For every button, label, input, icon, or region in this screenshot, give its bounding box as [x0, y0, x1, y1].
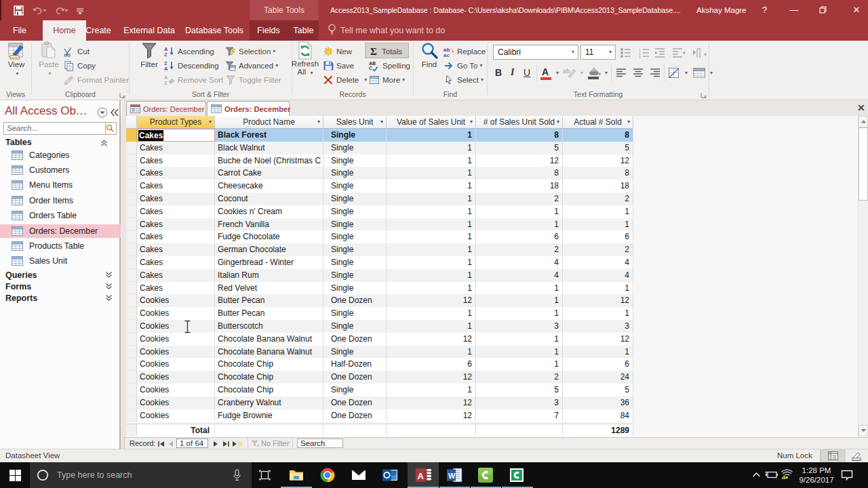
svg-text:A: A — [164, 66, 168, 71]
svg-text:3: 3 — [639, 55, 641, 59]
svg-text:ac: ac — [443, 52, 450, 57]
svg-text:A: A — [418, 471, 425, 481]
svg-text:Z: Z — [164, 80, 167, 85]
svg-text:C: C — [369, 66, 372, 70]
svg-text:!: ! — [783, 475, 785, 479]
svg-text:W: W — [448, 472, 456, 480]
svg-text:Σ: Σ — [370, 46, 377, 56]
svg-text:ab: ab — [563, 68, 570, 75]
svg-text:AB: AB — [369, 61, 376, 66]
svg-text:▾: ▾ — [704, 52, 707, 58]
svg-text:Z: Z — [164, 52, 167, 57]
